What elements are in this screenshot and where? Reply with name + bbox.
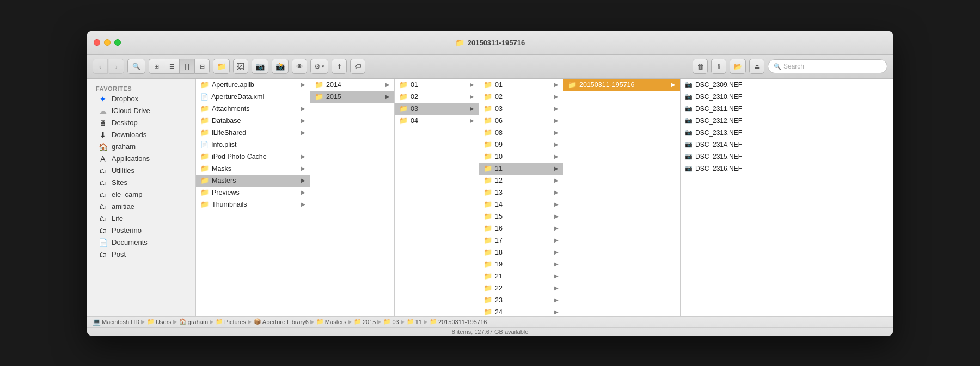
col1-database[interactable]: 📁 Database ▶ bbox=[196, 115, 310, 127]
file-dsc2310[interactable]: 📷 DSC_2310.NEF bbox=[681, 91, 893, 103]
camera2-button[interactable]: 📸 bbox=[272, 59, 289, 74]
back-button[interactable]: ‹ bbox=[93, 59, 108, 74]
col1-previews[interactable]: 📁 Previews ▶ bbox=[196, 187, 310, 198]
bc-pictures[interactable]: 📁 Pictures bbox=[216, 318, 246, 325]
col1-thumbnails[interactable]: 📁 Thumbnails ▶ bbox=[196, 198, 310, 210]
minimize-button[interactable] bbox=[104, 39, 111, 46]
col3-02[interactable]: 📁 02 ▶ bbox=[395, 91, 479, 103]
col5-20150311[interactable]: 📁 20150311-195716 ▶ bbox=[564, 79, 680, 91]
search-box[interactable]: 🔍 Search bbox=[768, 59, 887, 73]
sidebar-item-downloads[interactable]: ⬇ Downloads bbox=[89, 129, 193, 141]
bc-11[interactable]: 📁 11 bbox=[407, 318, 422, 325]
sidebar-item-utilities[interactable]: 🗂 Utilities bbox=[89, 165, 193, 177]
sidebar-item-post[interactable]: 🗂 Post bbox=[89, 249, 193, 260]
maximize-button[interactable] bbox=[114, 39, 121, 46]
spotlight-button[interactable]: 🔍 bbox=[127, 59, 145, 74]
forward-button[interactable]: › bbox=[109, 59, 124, 74]
col1-attachments[interactable]: 📁 Attachments ▶ bbox=[196, 103, 310, 115]
sidebar-item-icloud[interactable]: ☁ iCloud Drive bbox=[89, 105, 193, 117]
sidebar-item-sites[interactable]: 🗂 Sites bbox=[89, 177, 193, 189]
col1-aperture-aplib[interactable]: 📁 Aperture.aplib ▶ bbox=[196, 79, 310, 91]
col1-ipod-photo-cache[interactable]: 📁 iPod Photo Cache ▶ bbox=[196, 151, 310, 163]
eject-button[interactable]: 🏷 bbox=[350, 59, 365, 74]
col1-aperture-xml[interactable]: 📄 ApertureData.xml bbox=[196, 91, 310, 103]
delete-button[interactable]: 🗑 bbox=[693, 59, 708, 74]
file-dsc2309[interactable]: 📷 DSC_2309.NEF bbox=[681, 79, 893, 91]
col2-2014[interactable]: 📁 2014 ▶ bbox=[310, 79, 394, 91]
share-button[interactable]: ⬆ bbox=[332, 59, 347, 74]
bc-date-folder[interactable]: 📁 20150311-195716 bbox=[430, 318, 487, 325]
col4-22[interactable]: 📁 22 ▶ bbox=[479, 282, 563, 294]
info-button[interactable]: ℹ bbox=[711, 59, 726, 74]
col4-14[interactable]: 📁 14 ▶ bbox=[479, 198, 563, 210]
col1-masters[interactable]: 📁 Masters ▶ bbox=[196, 175, 310, 187]
col1-masks[interactable]: 📁 Masks ▶ bbox=[196, 163, 310, 175]
file-dsc2315[interactable]: 📷 DSC_2315.NEF bbox=[681, 151, 893, 163]
col4-06[interactable]: 📁 06 ▶ bbox=[479, 115, 563, 127]
folder-icon: 📁 bbox=[399, 80, 408, 89]
col4-17[interactable]: 📁 17 ▶ bbox=[479, 234, 563, 246]
col4-08[interactable]: 📁 08 ▶ bbox=[479, 127, 563, 139]
sidebar-item-life[interactable]: 🗂 Life bbox=[89, 213, 193, 225]
sidebar-item-amitiae[interactable]: 🗂 amitiae bbox=[89, 201, 193, 213]
column-view-button[interactable]: ||| bbox=[179, 59, 194, 74]
bc-2015[interactable]: 📁 2015 bbox=[354, 318, 376, 325]
sidebar-item-dropbox[interactable]: ✦ Dropbox bbox=[89, 93, 193, 105]
file-dsc2311[interactable]: 📷 DSC_2311.NEF bbox=[681, 103, 893, 115]
list-view-button[interactable]: ☰ bbox=[164, 59, 179, 74]
bc-macintosh-hd[interactable]: 💻 Macintosh HD bbox=[93, 318, 139, 326]
columns-browser: 📁 Aperture.aplib ▶ 📄 ApertureData.xml 📁 … bbox=[196, 79, 893, 316]
col4-03[interactable]: 📁 03 ▶ bbox=[479, 103, 563, 115]
sidebar-item-posterino[interactable]: 🗂 Posterino bbox=[89, 225, 193, 237]
bc-aperture-library[interactable]: 📦 Aperture Library6 bbox=[254, 318, 309, 325]
col4-13[interactable]: 📁 13 ▶ bbox=[479, 187, 563, 198]
sidebar-item-graham[interactable]: 🏠 graham bbox=[89, 141, 193, 153]
sidebar-item-eie-camp[interactable]: 🗂 eie_camp bbox=[89, 189, 193, 201]
col2-2015[interactable]: 📁 2015 ▶ bbox=[310, 91, 394, 103]
col4-12[interactable]: 📁 12 ▶ bbox=[479, 175, 563, 187]
action-button[interactable]: ⚙ ▾ bbox=[310, 59, 328, 74]
camera2-icon: 📸 bbox=[275, 62, 285, 71]
sidebar-item-documents[interactable]: 📄 Documents bbox=[89, 237, 193, 249]
file-dsc2316[interactable]: 📷 DSC_2316.NEF bbox=[681, 163, 893, 175]
sidebar-item-applications[interactable]: A Applications bbox=[89, 153, 193, 165]
col4-16[interactable]: 📁 16 ▶ bbox=[479, 222, 563, 234]
col1-info-plist[interactable]: 📄 Info.plist bbox=[196, 139, 310, 151]
col1-ilifeshared[interactable]: 📁 iLifeShared ▶ bbox=[196, 127, 310, 139]
bc-graham[interactable]: 🏠 graham bbox=[179, 318, 208, 325]
col4-10[interactable]: 📁 10 ▶ bbox=[479, 151, 563, 163]
col4-19[interactable]: 📁 19 ▶ bbox=[479, 258, 563, 270]
file-dsc2313[interactable]: 📷 DSC_2313.NEF bbox=[681, 127, 893, 139]
apps-icon: A bbox=[98, 154, 108, 163]
quicklook-button[interactable]: 👁 bbox=[292, 59, 307, 74]
cover-flow-button[interactable]: ⊟ bbox=[194, 59, 210, 74]
col4-11[interactable]: 📁 11 ▶ bbox=[479, 163, 563, 175]
close-button[interactable] bbox=[94, 39, 100, 46]
arrow-icon: ▶ bbox=[554, 309, 559, 315]
file-dsc2312[interactable]: 📷 DSC_2312.NEF bbox=[681, 115, 893, 127]
col4-01[interactable]: 📁 01 ▶ bbox=[479, 79, 563, 91]
sidebar-item-desktop[interactable]: 🖥 Desktop bbox=[89, 117, 193, 129]
col3-03[interactable]: 📁 03 ▶ bbox=[395, 103, 479, 115]
col4-15[interactable]: 📁 15 ▶ bbox=[479, 210, 563, 222]
folder-icon: 📁 bbox=[399, 104, 408, 113]
col3-04[interactable]: 📁 04 ▶ bbox=[395, 115, 479, 127]
file-dsc2314[interactable]: 📷 DSC_2314.NEF bbox=[681, 139, 893, 151]
photo-button[interactable]: 🖼 bbox=[233, 59, 248, 74]
col4-21[interactable]: 📁 21 ▶ bbox=[479, 270, 563, 282]
col3-01[interactable]: 📁 01 ▶ bbox=[395, 79, 479, 91]
bc-masters[interactable]: 📁 Masters bbox=[316, 318, 346, 325]
camera-icon: 📷 bbox=[255, 62, 265, 71]
bc-03[interactable]: 📁 03 bbox=[383, 318, 399, 325]
col4-18[interactable]: 📁 18 ▶ bbox=[479, 246, 563, 258]
eject-disk-button[interactable]: ⏏ bbox=[749, 59, 764, 74]
col4-23[interactable]: 📁 23 ▶ bbox=[479, 294, 563, 306]
folder-button[interactable]: 📁 bbox=[213, 59, 230, 74]
col4-24[interactable]: 📁 24 ▶ bbox=[479, 306, 563, 316]
new-folder-button[interactable]: 📂 bbox=[730, 59, 746, 74]
col4-09[interactable]: 📁 09 ▶ bbox=[479, 139, 563, 151]
bc-users[interactable]: 📁 Users bbox=[147, 318, 171, 325]
icon-view-button[interactable]: ⊞ bbox=[149, 59, 164, 74]
camera-button[interactable]: 📷 bbox=[252, 59, 268, 74]
col4-02[interactable]: 📁 02 ▶ bbox=[479, 91, 563, 103]
